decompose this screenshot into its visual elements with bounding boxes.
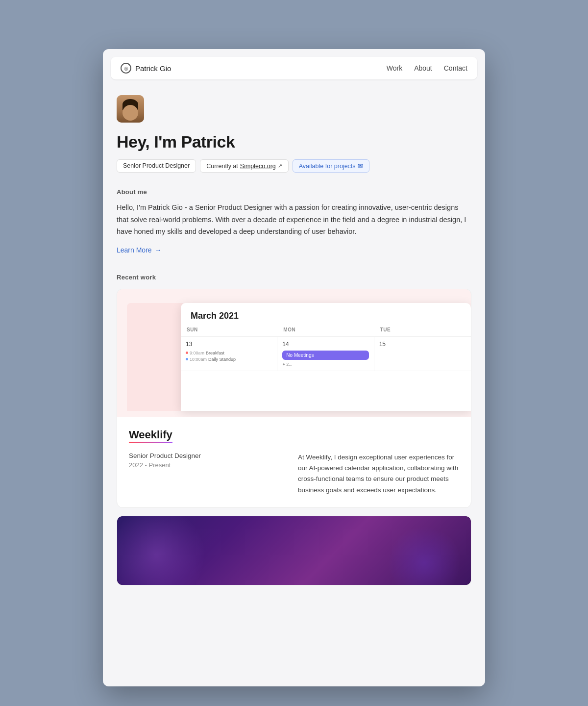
- nav-link-work[interactable]: Work: [387, 64, 402, 72]
- mail-icon: ✉: [358, 162, 363, 170]
- work-meta: Senior Product Designer 2022 - Present: [129, 452, 290, 496]
- company-badge[interactable]: Currently at Simpleco.org ↗: [200, 159, 289, 173]
- learn-more-label: Learn More: [117, 246, 152, 254]
- nav-link-contact[interactable]: Contact: [444, 64, 467, 72]
- available-badge-label: Available for projects: [299, 163, 356, 170]
- calendar-days-header: SUN MON TUE: [181, 325, 471, 337]
- company-badge-prefix: Currently at: [206, 163, 238, 170]
- calendar-month: March 2021: [191, 311, 239, 321]
- calendar-cell-sun: 13 9:00am Breakfast 10:00am Daily Standu…: [181, 337, 277, 371]
- day-header-sun: SUN: [181, 325, 277, 334]
- navbar-logo-icon: ◎: [121, 63, 131, 74]
- avatar: [117, 95, 144, 123]
- work-card-weeklify: March 2021 SUN MON TUE 13: [117, 289, 471, 508]
- calendar-cell-tue: 15: [374, 337, 471, 371]
- hero-title: Hey, I'm Patrick: [117, 132, 471, 151]
- event-name-breakfast: Breakfast: [206, 351, 224, 355]
- calendar-cell-mon: 14 No Meetings ● 2...: [277, 337, 374, 371]
- work-card-info-weeklify: Weeklify Senior Product Designer 2022 - …: [117, 417, 471, 507]
- role-badge: Senior Product Designer: [117, 159, 196, 173]
- calendar-mockup: March 2021 SUN MON TUE 13: [181, 303, 471, 411]
- work-card-preview-2: [117, 516, 471, 585]
- calendar-grid: 13 9:00am Breakfast 10:00am Daily Standu…: [181, 337, 471, 371]
- cell-date-15: 15: [379, 341, 466, 348]
- work-role: Senior Product Designer: [129, 452, 290, 459]
- recent-work-label: Recent work: [117, 274, 471, 281]
- event-dot-blue: [186, 358, 188, 360]
- purple-abstract-bg: [117, 516, 471, 585]
- main-content: Hey, I'm Patrick Senior Product Designer…: [103, 79, 485, 609]
- day-header-mon: MON: [277, 325, 374, 334]
- event-name-standup: Daily Standup: [208, 357, 236, 362]
- navbar: ◎ Patrick Gio Work About Contact: [111, 57, 477, 79]
- calendar-event-breakfast: 9:00am Breakfast: [186, 351, 272, 355]
- calendar-event-standup: 10:00am Daily Standup: [186, 357, 272, 362]
- work-card-preview-weeklify: March 2021 SUN MON TUE 13: [117, 289, 471, 417]
- work-card-columns: Senior Product Designer 2022 - Present A…: [129, 452, 459, 496]
- browser-window: ◎ Patrick Gio Work About Contact Hey, I'…: [103, 49, 485, 686]
- about-body-text: Hello, I'm Patrick Gio - a Senior Produc…: [117, 202, 471, 238]
- work-period: 2022 - Present: [129, 461, 290, 469]
- external-link-icon: ↗: [278, 163, 282, 169]
- nav-link-about[interactable]: About: [414, 64, 432, 72]
- work-title-weeklify: Weeklify: [129, 429, 172, 441]
- calendar-divider: [245, 316, 461, 316]
- day-header-tue: TUE: [374, 325, 471, 334]
- cell-date-14: 14: [282, 341, 368, 348]
- work-desc-text: At Weeklify, I design exceptional user e…: [298, 452, 459, 496]
- work-card-second: [117, 516, 471, 585]
- calendar-header: March 2021: [181, 303, 471, 325]
- company-link[interactable]: Simpleco.org: [240, 163, 276, 170]
- work-description: At Weeklify, I design exceptional user e…: [298, 452, 459, 496]
- event-time-1: 9:00am: [190, 351, 204, 355]
- badges-row: Senior Product Designer Currently at Sim…: [117, 159, 471, 173]
- cell-date-13: 13: [186, 341, 272, 348]
- learn-more-link[interactable]: Learn More →: [117, 246, 162, 254]
- pink-bg-shape: [127, 303, 186, 411]
- available-badge[interactable]: Available for projects ✉: [293, 159, 369, 173]
- arrow-right-icon: →: [155, 246, 162, 254]
- event-dot-red: [186, 352, 188, 354]
- about-section-label: About me: [117, 188, 471, 196]
- navbar-brand-name: Patrick Gio: [135, 64, 171, 73]
- cell-partial-event: ● 2...: [282, 362, 368, 367]
- cell-highlight-no-meetings: No Meetings: [282, 351, 368, 360]
- avatar-image: [117, 95, 144, 123]
- navbar-links: Work About Contact: [387, 64, 467, 72]
- event-time-2: 10:00am: [190, 357, 207, 362]
- navbar-brand: ◎ Patrick Gio: [121, 63, 171, 74]
